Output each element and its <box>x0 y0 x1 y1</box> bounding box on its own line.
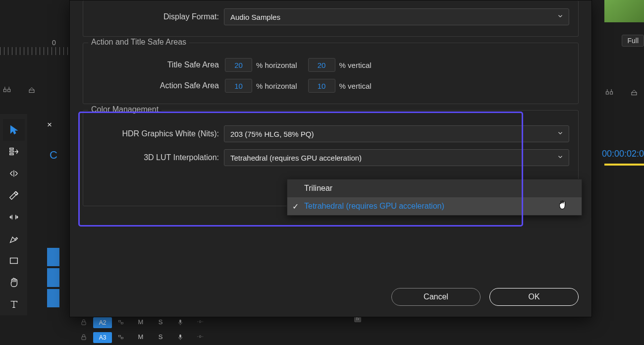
selection-tool[interactable] <box>3 119 25 141</box>
display-format-label: Display Format: <box>92 12 224 21</box>
svg-rect-16 <box>118 335 120 337</box>
svg-rect-18 <box>179 334 181 337</box>
svg-rect-10 <box>10 258 17 264</box>
time-ruler[interactable] <box>0 47 69 55</box>
svg-rect-8 <box>9 154 13 155</box>
solo-button[interactable]: S <box>156 333 165 343</box>
chevron-down-icon <box>557 13 564 21</box>
mute-button[interactable]: M <box>136 318 146 328</box>
dropdown-value: Tetrahedral (requires GPU acceleration) <box>230 154 362 162</box>
tools-panel <box>0 114 27 315</box>
svg-rect-14 <box>179 319 181 322</box>
marker-icon-right[interactable] <box>629 87 639 97</box>
svg-rect-17 <box>121 337 123 339</box>
lock-icon[interactable] <box>78 334 89 342</box>
hdr-white-dropdown[interactable]: 203 (75% HLG, 58% PQ) <box>224 125 569 142</box>
snap-icon-right[interactable] <box>604 87 614 97</box>
bg-icon-row-right <box>604 87 639 97</box>
timeline-tracks: fx A2 M S A3 M S <box>69 315 644 345</box>
fieldset-legend: Color Management <box>88 105 161 114</box>
cancel-button[interactable]: Cancel <box>391 288 481 306</box>
audio-fieldset: Display Format: Audio Samples <box>83 0 579 37</box>
pct-vertical-text: % vertical <box>339 61 372 69</box>
rectangle-tool[interactable] <box>3 250 25 272</box>
menu-item-tetrahedral[interactable]: ✓ Tetrahedral (requires GPU acceleration… <box>287 197 582 215</box>
program-timecode[interactable]: 00:00:02:0 <box>602 149 644 159</box>
snap-icon[interactable] <box>2 84 12 94</box>
sequence-settings-dialog: Display Format: Audio Samples Action and… <box>69 0 592 317</box>
svg-rect-7 <box>9 151 13 152</box>
chevron-down-icon <box>557 130 564 138</box>
source-clip[interactable] <box>47 289 59 307</box>
lut-interp-label: 3D LUT Interpolation: <box>92 153 224 162</box>
menu-item-label: Tetrahedral (requires GPU acceleration) <box>304 202 444 211</box>
check-icon: ✓ <box>292 202 299 211</box>
track-label[interactable]: A3 <box>93 332 112 343</box>
action-safe-v-input[interactable] <box>308 79 335 93</box>
menu-item-label: Trilinear <box>304 184 332 193</box>
svg-rect-1 <box>8 89 10 92</box>
dropdown-value: Audio Samples <box>230 13 280 21</box>
title-safe-h-input[interactable] <box>225 58 252 72</box>
hdr-white-label: HDR Graphics White (Nits): <box>92 129 224 138</box>
app-background: Full 0 00:00:02:0 × C fx <box>0 0 644 345</box>
svg-rect-0 <box>3 89 6 92</box>
svg-rect-11 <box>82 322 86 325</box>
title-safe-label: Title Safe Area <box>92 60 224 69</box>
track-row[interactable]: A3 M S <box>69 330 644 345</box>
action-safe-h-input[interactable] <box>225 79 252 93</box>
dropdown-value: 203 (75% HLG, 58% PQ) <box>230 130 314 138</box>
chevron-down-icon <box>557 154 564 162</box>
keyframe-nav-icon[interactable] <box>195 318 205 328</box>
hand-tool[interactable] <box>3 272 25 293</box>
track-select-tool[interactable] <box>3 141 25 163</box>
pct-horizontal-text: % horizontal <box>256 61 297 69</box>
action-safe-label: Action Safe Area <box>92 81 224 90</box>
bg-icon-row-left <box>2 84 37 94</box>
sync-lock-icon[interactable] <box>116 334 126 342</box>
lock-icon[interactable] <box>78 319 89 327</box>
svg-rect-13 <box>121 322 123 324</box>
track-label[interactable]: A2 <box>93 317 112 328</box>
svg-rect-5 <box>632 93 637 95</box>
solo-button[interactable]: S <box>156 318 165 328</box>
type-tool[interactable] <box>3 293 25 315</box>
timeline-indicator <box>604 164 644 166</box>
pct-vertical-text: % vertical <box>339 82 372 90</box>
menu-item-trilinear[interactable]: Trilinear <box>287 179 582 197</box>
title-safe-v-input[interactable] <box>308 58 335 72</box>
svg-rect-6 <box>9 148 13 150</box>
slip-tool[interactable] <box>3 206 25 228</box>
marker-icon[interactable] <box>27 84 37 94</box>
ripple-edit-tool[interactable] <box>3 163 25 184</box>
keyframe-nav-icon[interactable] <box>195 333 205 343</box>
program-monitor-thumb <box>604 0 644 22</box>
source-clip[interactable] <box>47 248 59 266</box>
source-clip[interactable] <box>47 268 59 287</box>
lut-interp-dropdown[interactable]: Tetrahedral (requires GPU acceleration) <box>224 149 569 166</box>
voiceover-icon[interactable] <box>175 318 185 328</box>
voiceover-icon[interactable] <box>175 333 185 343</box>
pen-tool[interactable] <box>3 228 25 250</box>
resolution-dropdown[interactable]: Full <box>622 35 644 47</box>
fieldset-legend: Action and Title Safe Areas <box>88 38 189 47</box>
panel-close-button[interactable]: × <box>47 120 52 130</box>
svg-rect-3 <box>606 92 608 94</box>
panel-tab-initial[interactable]: C <box>50 149 57 162</box>
pct-horizontal-text: % horizontal <box>256 82 297 90</box>
display-format-dropdown[interactable]: Audio Samples <box>224 8 569 25</box>
sync-lock-icon[interactable] <box>116 319 126 327</box>
ruler-zero: 0 <box>52 39 56 47</box>
mute-button[interactable]: M <box>136 333 146 343</box>
razor-tool[interactable] <box>3 184 25 206</box>
safe-areas-fieldset: Action and Title Safe Areas Title Safe A… <box>83 43 579 104</box>
svg-rect-4 <box>610 92 613 94</box>
ok-button[interactable]: OK <box>489 288 579 306</box>
svg-rect-12 <box>118 320 120 322</box>
svg-rect-2 <box>29 90 34 93</box>
lut-interp-menu[interactable]: Trilinear ✓ Tetrahedral (requires GPU ac… <box>287 179 582 216</box>
source-patch-clips[interactable] <box>47 248 59 307</box>
svg-rect-15 <box>82 337 86 340</box>
svg-rect-9 <box>14 191 18 195</box>
